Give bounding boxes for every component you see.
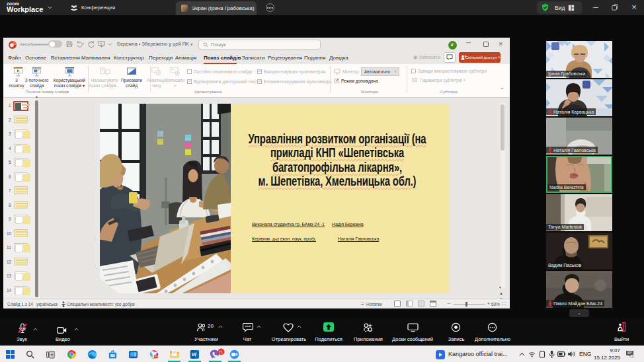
svg-text:71: 71 bbox=[219, 350, 223, 354]
svg-text:M365: M365 bbox=[155, 355, 159, 358]
svg-text:1: 1 bbox=[631, 355, 633, 358]
